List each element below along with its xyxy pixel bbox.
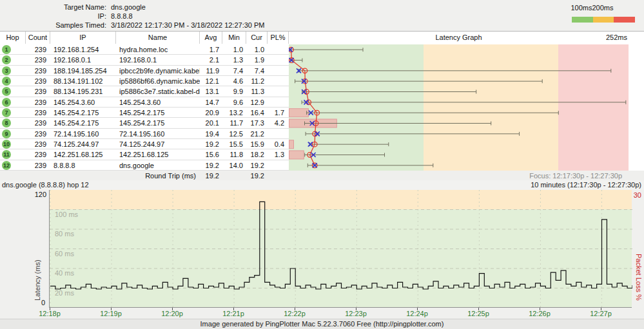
round-trip-cur: 19.2: [246, 171, 268, 181]
avg-cell: 20.1: [200, 118, 222, 128]
table-row[interactable]: 1239192.168.1.254hydra.home.loc1.71.01.0: [0, 44, 644, 55]
time-label: 12:27p: [586, 310, 616, 317]
pl-cell: [268, 55, 289, 65]
avg-cell: 14.7: [200, 97, 222, 108]
pl-cell: [268, 97, 289, 108]
table-row[interactable]: 7239145.254.2.175145.254.2.17520.913.216…: [0, 108, 644, 118]
table-row[interactable]: 8239145.254.2.175145.254.2.17520.111.717…: [0, 118, 644, 128]
pl-cell: 1.3: [268, 149, 289, 160]
name-cell: dns.google: [116, 160, 200, 171]
legend-red-segment: [614, 17, 635, 23]
avg-cell: 19.4: [200, 129, 222, 139]
table-body: 1239192.168.1.254hydra.home.loc1.71.01.0…: [0, 44, 644, 171]
latency-graph-max-label: 252ms: [606, 32, 627, 44]
count-cell: 239: [26, 76, 50, 86]
cur-cell: 21.2: [246, 129, 268, 139]
hop-badge: 6: [2, 98, 11, 107]
time-label: 12:22p: [280, 310, 309, 317]
table-row[interactable]: 11239142.251.68.125142.251.68.12515.611.…: [0, 149, 644, 160]
pl-cell: [268, 160, 289, 171]
latency-graph-cell: [289, 149, 644, 160]
count-cell: 239: [26, 97, 50, 108]
table-row[interactable]: 923972.14.195.16072.14.195.16019.412.521…: [0, 129, 644, 139]
gridline-label: 40 ms: [55, 269, 74, 277]
latency-scale-legend: 100ms 200ms: [572, 4, 635, 24]
min-cell: 11.8: [222, 149, 246, 160]
latency-step-line: [50, 202, 632, 289]
count-cell: 239: [26, 55, 50, 65]
table-row[interactable]: 6239145.254.3.60145.254.3.6014.79.612.9: [0, 97, 644, 108]
y-axis-max-label: 120: [19, 191, 46, 198]
name-cell: 142.251.68.125: [116, 149, 200, 160]
col-header-count: Count: [26, 32, 50, 44]
col-header-ip: IP: [50, 32, 116, 44]
col-header-pl: PL%: [268, 32, 289, 44]
min-cell: 11.7: [222, 118, 246, 128]
ip-cell: 88.134.191.102: [50, 76, 116, 86]
col-header-min: Min: [222, 32, 246, 44]
min-cell: 14.0: [222, 160, 246, 171]
cur-cell: 1.9: [246, 55, 268, 65]
avg-cell: 13.1: [200, 86, 222, 97]
gridline-label: 80 ms: [55, 230, 74, 238]
pl-cell: [268, 86, 289, 97]
count-cell: 239: [26, 139, 50, 149]
cur-cell: 7.4: [246, 66, 268, 76]
ip-cell: 192.168.1.254: [50, 44, 116, 55]
col-header-latency-graph: Latency Graph 252ms: [289, 32, 644, 44]
table-row[interactable]: 523988.134.195.231ip5886c3e7.static.kabe…: [0, 86, 644, 97]
pl-cell: [268, 44, 289, 55]
latency-graph-cell: [289, 118, 644, 128]
target-name-label: Target Name:: [0, 3, 106, 12]
min-cell: 7.4: [222, 66, 246, 76]
avg-cell: 11.9: [200, 66, 222, 76]
summary-header: Target Name: dns.google IP: 8.8.8.8 Samp…: [0, 0, 644, 31]
table-row[interactable]: 2239192.168.0.1192.168.0.12.11.31.9: [0, 55, 644, 65]
cur-cell: 17.3: [246, 118, 268, 128]
ip-cell: 188.194.185.254: [50, 66, 116, 76]
samples-timed-value: 3/18/2022 12:17:30 PM - 3/18/2022 12:27:…: [111, 21, 265, 30]
name-cell: 72.14.195.160: [116, 129, 200, 139]
latency-graph-cell: [289, 129, 644, 139]
cur-cell: 1.0: [246, 44, 268, 55]
hop-badge: 3: [2, 66, 11, 75]
ip-cell: 142.251.68.125: [50, 149, 116, 160]
latency-graph-cell: [289, 44, 644, 55]
focus-range-label: Focus: 12:17:30p - 12:27:30p: [529, 171, 622, 181]
hop-badge: 12: [2, 161, 11, 170]
hop-badge: 10: [2, 140, 11, 149]
latency-graph-cell: [289, 160, 644, 171]
col-header-hop: Hop: [0, 32, 26, 44]
legend-green-segment: [572, 17, 593, 23]
table-row[interactable]: 423988.134.191.102ip5886bf66.dynamic.kab…: [0, 76, 644, 86]
name-cell: 145.254.3.60: [116, 97, 200, 108]
pl-cell: [268, 129, 289, 139]
avg-cell: 19.2: [200, 160, 222, 171]
count-cell: 239: [26, 44, 50, 55]
ip-cell: 145.254.2.175: [50, 118, 116, 128]
trace-table: Hop Count IP Name Avg Min Cur PL% Latenc…: [0, 31, 644, 181]
count-cell: 239: [26, 129, 50, 139]
name-cell: ip5886c3e7.static.kabel-deuts: [116, 86, 200, 97]
timeline-section: dns.google (8.8.8.8) hop 12 10 minutes (…: [0, 180, 644, 319]
timeline-title: dns.google (8.8.8.8) hop 12: [2, 180, 89, 190]
table-row[interactable]: 1023974.125.244.9774.125.244.9719.215.51…: [0, 139, 644, 149]
name-cell: hydra.home.loc: [116, 44, 200, 55]
latency-graph-cell: [289, 66, 644, 76]
min-cell: 13.2: [222, 108, 246, 118]
hop-badge: 5: [2, 87, 11, 96]
min-cell: 15.5: [222, 139, 246, 149]
timeline-plot[interactable]: 100 ms80 ms60 ms40 ms20 ms: [49, 190, 632, 308]
table-row[interactable]: 122398.8.8.8dns.google19.214.019.2: [0, 160, 644, 171]
min-cell: 12.5: [222, 129, 246, 139]
name-cell: ip5886bf66.dynamic.kabel-de: [116, 76, 200, 86]
pl-cell: 4.2: [268, 118, 289, 128]
hop-badge: 2: [2, 55, 11, 64]
cur-cell: 11.3: [246, 86, 268, 97]
legend-orange-segment: [593, 17, 614, 23]
min-cell: 9.9: [222, 86, 246, 97]
latency-graph-cell: [289, 55, 644, 65]
table-row[interactable]: 3239188.194.185.254ipbcc2b9fe.dynamic.ka…: [0, 66, 644, 76]
packet-loss-max-label: 30: [634, 191, 641, 199]
count-cell: 239: [26, 66, 50, 76]
